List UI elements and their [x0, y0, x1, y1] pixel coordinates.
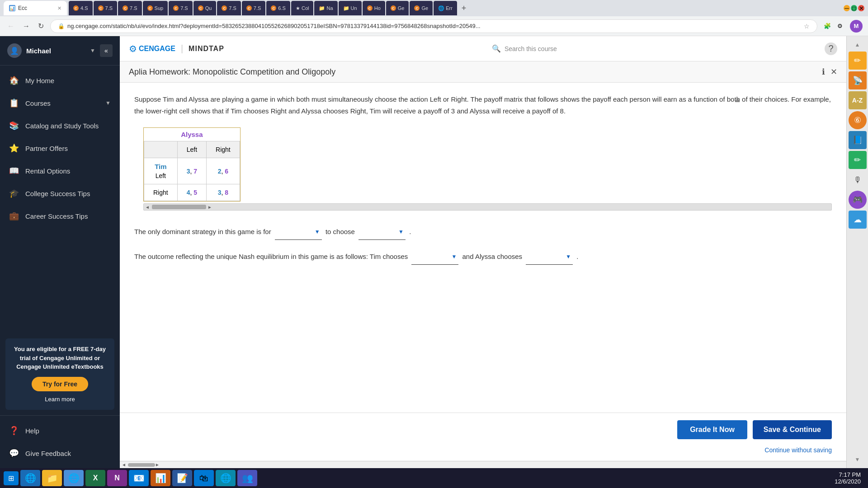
tab-2[interactable]: C7.S	[94, 1, 118, 15]
back-button[interactable]: ←	[5, 20, 16, 32]
scrollbar-thumb[interactable]	[152, 205, 206, 209]
learn-more-link[interactable]: Learn more	[12, 395, 108, 404]
sidebar-item-catalog[interactable]: 📚 Catalog and Study Tools	[0, 114, 120, 137]
ext-puzzle-icon[interactable]: 🧩	[822, 21, 833, 32]
rss-icon[interactable]: 📡	[849, 71, 867, 89]
tab-10[interactable]: ★ Col	[291, 1, 314, 15]
taskbar-store[interactable]: 🛍	[194, 470, 214, 486]
tab-close-icon[interactable]: ✕	[57, 5, 61, 11]
grade-it-now-button[interactable]: Grade It Now	[677, 420, 747, 439]
continue-without-saving-link[interactable]: Continue without saving	[764, 446, 832, 454]
sidebar-item-feedback[interactable]: 💬 Give Feedback	[0, 442, 120, 465]
close-button[interactable]: ✕	[858, 5, 864, 11]
url-bar[interactable]: 🔒 ng.cengage.com/static/nb/ui/evo/index.…	[50, 19, 817, 33]
tab-5[interactable]: C7.S	[169, 1, 193, 15]
reload-button[interactable]: ↻	[36, 20, 46, 32]
collapse-sidebar-button[interactable]: «	[100, 44, 113, 57]
taskbar-word[interactable]: 📝	[172, 470, 192, 486]
scroll-up-button[interactable]: ▲	[733, 95, 741, 104]
question-text: Suppose Tim and Alyssa are playing a gam…	[134, 94, 832, 117]
sidebar-user[interactable]: 👤 Michael ▼ «	[0, 36, 120, 66]
scroll-left-icon[interactable]: ◄	[122, 462, 126, 467]
notebook-icon[interactable]: 📘	[849, 131, 867, 149]
taskbar-powerpoint[interactable]: 📊	[151, 470, 170, 486]
taskbar-ie[interactable]: 🌐	[20, 470, 40, 486]
tab-9[interactable]: C6.S	[266, 1, 290, 15]
tab-7[interactable]: C7.S	[217, 1, 241, 15]
scroll-right-icon[interactable]: ►	[155, 462, 160, 467]
minimize-button[interactable]: ─	[844, 5, 850, 11]
tab-13[interactable]: CHo	[363, 1, 385, 15]
az-icon[interactable]: A-Z	[849, 91, 867, 109]
tab-8[interactable]: C7.S	[242, 1, 266, 15]
q2-dropdown1[interactable]: ▼	[411, 249, 458, 265]
cengage-text: CENGAGE	[139, 45, 175, 53]
passport-icon[interactable]: ⑥	[849, 111, 867, 129]
scroll-right-arrow[interactable]: ►	[206, 205, 213, 210]
home-icon: 🏠	[9, 75, 19, 85]
scrollbar-thumb[interactable]	[128, 463, 155, 467]
catalog-icon: 📚	[9, 121, 19, 131]
save-continue-button[interactable]: Save & Continue	[753, 420, 832, 439]
q2-dropdown2[interactable]: ▼	[526, 249, 573, 265]
active-tab[interactable]: 📊 Ecc ✕	[4, 1, 67, 15]
tab-14[interactable]: CGe	[386, 1, 409, 15]
matrix-row-label-left: Tim Left	[144, 158, 178, 184]
info-icon[interactable]: ℹ	[822, 67, 825, 77]
taskbar-outlook[interactable]: 📧	[129, 470, 149, 486]
tab-12[interactable]: 📁 Un	[339, 1, 362, 15]
taskbar-excel[interactable]: X	[85, 470, 105, 486]
matrix-scrollbar[interactable]: ◄ ►	[143, 203, 832, 211]
taskbar-teams[interactable]: 👥	[237, 470, 257, 486]
taskbar-edge[interactable]: 🌐	[216, 470, 236, 486]
q1-dropdown2[interactable]: ▼	[359, 224, 406, 240]
header-search[interactable]: 🔍 Search this course	[492, 44, 557, 53]
pencil-icon[interactable]: ✏	[849, 52, 867, 70]
bookmark-icon[interactable]: ☆	[804, 23, 810, 30]
profile-button[interactable]: M	[850, 20, 863, 33]
forward-button[interactable]: →	[21, 20, 32, 32]
sidebar-item-help[interactable]: ❓ Help	[0, 419, 120, 442]
start-button[interactable]: ⊞	[4, 471, 19, 485]
sidebar-item-career-tips[interactable]: 💼 Career Success Tips	[0, 205, 120, 227]
avatar: 👤	[7, 43, 22, 58]
right-scroll-up[interactable]: ▲	[853, 40, 862, 50]
cloud-icon[interactable]: ☁	[849, 211, 867, 229]
tab-1[interactable]: C4.S	[69, 1, 93, 15]
write-icon[interactable]: ✏	[849, 151, 867, 169]
tab-11[interactable]: 📁 Na	[314, 1, 337, 15]
sidebar-item-myhome[interactable]: 🏠 My Home	[0, 69, 120, 92]
sidebar-item-partner-offers[interactable]: ⭐ Partner Offers	[0, 137, 120, 160]
horizontal-scrollbar[interactable]: ◄ ►	[120, 461, 846, 468]
help-circle-icon[interactable]: ?	[825, 42, 837, 55]
sidebar-item-label: Career Success Tips	[25, 212, 111, 220]
taskbar-onenote[interactable]: N	[107, 470, 127, 486]
taskbar-chrome[interactable]: 🌐	[64, 470, 84, 486]
game-icon[interactable]: 🎮	[849, 191, 867, 209]
scroll-left-arrow[interactable]: ◄	[144, 205, 151, 210]
search-placeholder: Search this course	[505, 45, 557, 52]
sidebar-item-rental[interactable]: 📖 Rental Options	[0, 160, 120, 182]
tab-16[interactable]: 🌐 Err	[434, 1, 457, 15]
sidebar-item-courses[interactable]: 📋 Courses ▼	[0, 92, 120, 114]
tab-4[interactable]: CSup	[143, 1, 168, 15]
close-homework-icon[interactable]: ✕	[830, 67, 837, 77]
audio-wave-icon[interactable]: 🎙	[849, 171, 867, 189]
try-free-button[interactable]: Try for Free	[32, 377, 88, 391]
maximize-button[interactable]: □	[851, 5, 857, 11]
extension-icons: 🧩 ⚙	[822, 21, 845, 32]
tab-15[interactable]: CGe	[410, 1, 433, 15]
tim-label: Tim	[153, 163, 168, 170]
homework-panel: Aplia Homework: Monopolistic Competition…	[120, 61, 846, 461]
tab-6[interactable]: CQu	[193, 1, 217, 15]
help-icon: ❓	[9, 426, 19, 436]
tab-3[interactable]: C7.S	[118, 1, 142, 15]
chevron-down-icon: ▼	[90, 47, 95, 54]
q1-dropdown1[interactable]: ▼	[275, 224, 322, 240]
new-tab-button[interactable]: +	[459, 4, 469, 13]
sidebar-item-college-tips[interactable]: 🎓 College Success Tips	[0, 182, 120, 205]
ext-settings-icon[interactable]: ⚙	[835, 21, 845, 32]
action-buttons: Grade It Now Save & Continue	[677, 420, 832, 439]
taskbar-explorer[interactable]: 📁	[42, 470, 62, 486]
right-scroll-down[interactable]: ▼	[853, 455, 862, 465]
